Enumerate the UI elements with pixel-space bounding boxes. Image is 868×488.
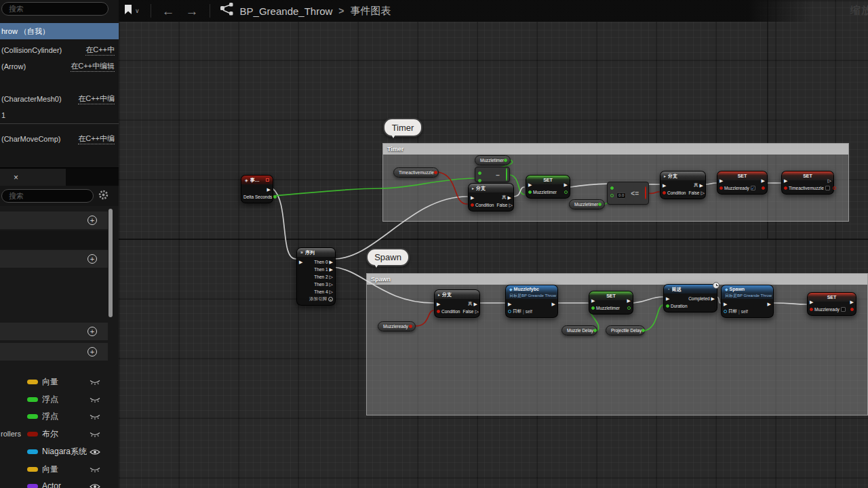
exec-pin[interactable]: ▶ [724, 302, 727, 306]
close-icon[interactable]: × [14, 174, 18, 182]
eye-closed-icon[interactable] [90, 378, 100, 388]
exec-pin[interactable]: ▷ [330, 282, 333, 287]
node-getter-muzzleready[interactable]: Muzzleready [378, 321, 416, 331]
exec-pin[interactable]: ▶ [768, 302, 771, 306]
checkbox[interactable] [825, 186, 830, 190]
exec-pin[interactable]: ▶ [700, 183, 703, 188]
exec-pin[interactable]: ▶ [528, 182, 532, 187]
exec-pin[interactable]: ▶ [508, 195, 511, 200]
settings-gear-icon[interactable] [98, 189, 109, 203]
component-row[interactable]: (CharMoveComp) 在C++中编 [0, 131, 119, 147]
data-pin[interactable] [528, 190, 532, 194]
data-pin[interactable] [762, 186, 765, 190]
category-row[interactable]: + [0, 343, 108, 361]
eye-closed-icon[interactable] [90, 430, 100, 440]
exec-pin[interactable]: ▶ [508, 302, 511, 306]
node-getter-projectile-delay[interactable]: Projectile Delay [606, 325, 645, 336]
exec-pin[interactable]: ▶ [663, 183, 666, 188]
exec-pin[interactable]: ▶ [474, 302, 477, 306]
node-call-spawn[interactable]: ◆ Spawn目标是BP Greande Throw ▶▶ 目标|self [721, 285, 774, 318]
exec-pin[interactable]: ▶ [330, 267, 333, 272]
category-row[interactable]: + [0, 211, 108, 229]
eye-closed-icon[interactable] [90, 396, 100, 405]
forward-button[interactable]: → [180, 0, 204, 22]
exec-pin[interactable]: ▶ [850, 300, 854, 304]
add-icon[interactable]: + [87, 347, 97, 357]
comment-title[interactable]: Timer [383, 144, 848, 155]
data-pin[interactable] [724, 310, 727, 313]
eye-closed-icon[interactable] [90, 413, 100, 422]
component-row[interactable]: 1 [0, 107, 119, 123]
data-pin[interactable] [610, 186, 614, 190]
node-branch-1[interactable]: ▸分支 ▶真 ▶ ConditionFalse ▷ [468, 183, 514, 211]
data-pin[interactable] [810, 308, 813, 311]
exec-pin[interactable]: ▶ [711, 296, 715, 301]
data-pin[interactable] [437, 310, 440, 313]
node-getter-muzzle-delay[interactable]: Muzzle Delay [561, 325, 597, 336]
data-pin[interactable] [508, 310, 511, 313]
bookmark-button[interactable]: ∨ [119, 0, 145, 22]
exec-pin[interactable]: ▶ [437, 302, 440, 306]
exec-pin[interactable]: ▶ [627, 298, 631, 303]
data-pin[interactable] [273, 195, 277, 199]
node-event-tick[interactable]: ◈事件Tick ▶ Delta Seconds [241, 175, 273, 203]
node-set-muzzleready-2[interactable]: SET ▶▶ Muzzleready [807, 292, 856, 316]
add-icon[interactable]: + [87, 216, 97, 225]
edit-in-cpp-link[interactable]: 在C++中编 [78, 94, 115, 104]
add-icon[interactable]: + [87, 327, 97, 336]
variable-row[interactable]: Niagara系统 [0, 443, 119, 460]
exec-pin[interactable]: ▶ [784, 178, 787, 183]
node-set-muzzletimer-2[interactable]: SET ▶▶ Muzzletimer [589, 291, 633, 314]
node-subtract[interactable]: − [475, 167, 510, 182]
checkbox[interactable]: ✓ [751, 186, 755, 190]
data-pin[interactable] [506, 168, 507, 181]
exec-pin[interactable]: ▷ [330, 274, 333, 279]
back-button[interactable]: ← [157, 0, 180, 22]
exec-pin[interactable]: ▷ [828, 178, 831, 183]
node-branch-2[interactable]: ▸分支 ▶真 ▶ ConditionFalse ▷ [660, 171, 706, 199]
edit-in-cpp-link[interactable]: 在C++中 [85, 45, 115, 56]
scrollbar-thumb[interactable] [108, 209, 113, 317]
graph-canvas[interactable]: 缩放 Timer Timer Spawn Spawn ◈事件Tick ▶ Del… [119, 0, 868, 488]
node-delay[interactable]: ◔延迟 ▶Completed ▶ Duration [663, 284, 717, 312]
exec-pin[interactable]: ▶ [762, 178, 765, 183]
node-call-muzzlefybc[interactable]: ◆ Muzzlefybc目标是BP Greande Throw ▶▶ 目标|se… [505, 285, 558, 318]
category-row[interactable]: + [0, 323, 108, 340]
data-pin[interactable] [610, 194, 614, 197]
checkbox[interactable] [841, 307, 846, 312]
variable-row[interactable]: Actor [0, 477, 119, 488]
category-row[interactable]: + [0, 250, 108, 268]
data-pin[interactable] [504, 159, 507, 162]
node-getter-muzzletimer-1[interactable]: Muzzletimer [475, 155, 511, 165]
data-pin[interactable] [666, 304, 669, 308]
data-pin[interactable] [564, 190, 568, 194]
node-set-timeactivemuzzle[interactable]: SET ▶▷ Timeactivemuzzle [781, 171, 834, 195]
data-pin[interactable] [833, 186, 836, 190]
component-row[interactable]: (Arrow) 在C++中编辑 [0, 58, 119, 75]
component-row[interactable]: (CharacterMesh0) 在C++中编 [0, 91, 119, 107]
exec-pin[interactable]: ▶ [591, 298, 595, 303]
myblueprint-search-input[interactable] [1, 189, 94, 203]
data-pin[interactable] [598, 203, 601, 206]
add-icon[interactable]: + [87, 254, 97, 264]
component-row[interactable] [0, 75, 119, 91]
panel-tab[interactable]: × [0, 169, 66, 186]
node-compare[interactable]: 0.0 <= [607, 182, 649, 205]
value-field[interactable]: 0.0 [616, 192, 626, 199]
component-row[interactable]: hrow （自我） [0, 23, 119, 39]
data-pin[interactable] [719, 186, 723, 190]
exec-pin[interactable]: ▶ [552, 302, 555, 306]
exec-pin[interactable]: ▶ [810, 300, 813, 304]
data-pin[interactable] [784, 186, 787, 190]
exec-pin[interactable]: ▶ [299, 260, 302, 264]
exec-pin[interactable]: ▷ [475, 309, 478, 314]
eye-open-icon[interactable] [90, 483, 100, 488]
add-pin-button[interactable]: 添加引脚 + [299, 296, 333, 303]
node-getter-muzzletimer-2[interactable]: Muzzletimer [569, 199, 605, 209]
exec-pin[interactable]: ▷ [330, 289, 333, 294]
node-set-muzzletimer-1[interactable]: SET ▶▶ Muzzletimer [526, 175, 570, 199]
variable-row[interactable]: rollers 布尔 [0, 425, 119, 443]
data-pin[interactable] [478, 179, 481, 182]
breadcrumb-root[interactable]: BP_Greande_Throw [240, 5, 333, 17]
data-pin[interactable] [471, 203, 474, 207]
